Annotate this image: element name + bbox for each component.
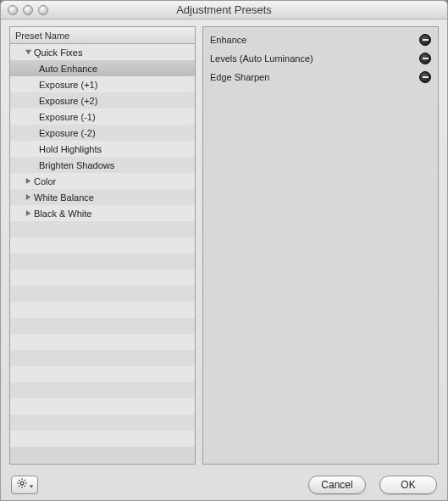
preset-item-exposure-minus-2[interactable]: Exposure (-2) xyxy=(10,125,195,141)
svg-marker-3 xyxy=(25,210,30,216)
list-row-empty xyxy=(10,398,195,415)
list-row-empty xyxy=(10,382,195,398)
adjustment-label: Levels (Auto Luminance) xyxy=(210,53,313,64)
preset-group-label: White Balance xyxy=(34,192,94,203)
list-row-empty xyxy=(10,237,195,253)
list-row-empty xyxy=(10,270,195,286)
svg-marker-0 xyxy=(25,50,30,54)
disclosure-triangle-right-icon[interactable] xyxy=(24,193,32,202)
list-row-empty xyxy=(10,318,195,334)
preset-item-label: Exposure (+1) xyxy=(39,80,97,90)
list-row-empty xyxy=(10,415,195,431)
adjustment-row-levels[interactable]: Levels (Auto Luminance) xyxy=(208,49,433,68)
zoom-window-button[interactable] xyxy=(38,5,48,15)
window-title: Adjustment Presets xyxy=(1,3,447,16)
preset-tree: Quick Fixes Auto Enhance Exposure (+1) E… xyxy=(10,44,195,464)
titlebar: Adjustment Presets xyxy=(1,1,447,19)
preset-item-auto-enhance[interactable]: Auto Enhance xyxy=(10,60,195,76)
preset-item-exposure-minus-1[interactable]: Exposure (-1) xyxy=(10,109,195,125)
adjustment-row-enhance[interactable]: Enhance xyxy=(208,31,433,49)
preset-item-brighten-shadows[interactable]: Brighten Shadows xyxy=(10,157,195,173)
preset-group-white-balance[interactable]: White Balance xyxy=(10,189,195,205)
svg-line-9 xyxy=(18,480,19,481)
remove-adjustment-button[interactable] xyxy=(419,34,431,46)
list-row-empty xyxy=(10,302,195,318)
adjustment-row-edge-sharpen[interactable]: Edge Sharpen xyxy=(208,68,433,86)
svg-marker-1 xyxy=(25,178,30,184)
cancel-button[interactable]: Cancel xyxy=(308,476,366,494)
preset-group-label: Quick Fixes xyxy=(34,47,82,58)
preset-list-panel: Preset Name Quick Fixes Auto Enhance Exp… xyxy=(9,26,196,465)
preset-group-color[interactable]: Color xyxy=(10,173,195,189)
remove-adjustment-button[interactable] xyxy=(419,71,431,83)
gear-icon xyxy=(16,477,28,493)
preset-list-header[interactable]: Preset Name xyxy=(10,27,195,44)
list-row-empty xyxy=(10,334,195,350)
close-window-button[interactable] xyxy=(8,5,18,15)
preset-item-hold-highlights[interactable]: Hold Highlights xyxy=(10,141,195,157)
list-row-empty xyxy=(10,366,195,382)
chevron-down-icon xyxy=(29,477,34,493)
svg-line-10 xyxy=(24,486,25,487)
ok-button[interactable]: OK xyxy=(379,476,437,494)
preset-item-label: Brighten Shadows xyxy=(39,160,114,170)
action-menu-button[interactable] xyxy=(11,476,38,494)
remove-adjustment-button[interactable] xyxy=(419,53,431,64)
preset-item-label: Auto Enhance xyxy=(39,64,97,74)
adjustment-label: Edge Sharpen xyxy=(210,72,269,82)
adjustment-label: Enhance xyxy=(210,35,246,45)
disclosure-triangle-down-icon[interactable] xyxy=(24,48,32,57)
preset-group-label: Black & White xyxy=(34,209,91,219)
dialog-footer: Cancel OK xyxy=(1,470,447,500)
svg-line-12 xyxy=(24,480,25,481)
preset-item-label: Exposure (+2) xyxy=(39,96,97,106)
svg-marker-2 xyxy=(25,194,30,200)
adjustment-presets-window: Adjustment Presets Preset Name Quick Fix… xyxy=(0,0,448,501)
preset-item-exposure-plus-1[interactable]: Exposure (+1) xyxy=(10,76,195,92)
content-area: Preset Name Quick Fixes Auto Enhance Exp… xyxy=(1,19,447,470)
list-row-empty xyxy=(10,286,195,302)
list-row-empty xyxy=(10,350,195,366)
preset-item-label: Exposure (-1) xyxy=(39,112,96,122)
list-row-empty xyxy=(10,431,195,447)
preset-group-label: Color xyxy=(34,176,56,186)
disclosure-triangle-right-icon[interactable] xyxy=(24,177,32,186)
preset-group-quick-fixes[interactable]: Quick Fixes xyxy=(10,44,195,60)
svg-line-11 xyxy=(18,486,19,487)
adjustment-detail-panel: Enhance Levels (Auto Luminance) Edge Sha… xyxy=(202,26,439,465)
list-row-empty xyxy=(10,221,195,237)
preset-group-black-white[interactable]: Black & White xyxy=(10,205,195,221)
disclosure-triangle-right-icon[interactable] xyxy=(24,209,32,218)
window-controls xyxy=(8,5,48,15)
preset-item-exposure-plus-2[interactable]: Exposure (+2) xyxy=(10,92,195,109)
svg-point-4 xyxy=(20,482,24,485)
preset-item-label: Exposure (-2) xyxy=(39,128,96,138)
button-label: Cancel xyxy=(321,479,352,491)
list-row-empty xyxy=(10,253,195,270)
minimize-window-button[interactable] xyxy=(23,5,33,15)
button-label: OK xyxy=(401,479,415,491)
svg-marker-13 xyxy=(29,486,33,488)
preset-item-label: Hold Highlights xyxy=(39,144,102,154)
